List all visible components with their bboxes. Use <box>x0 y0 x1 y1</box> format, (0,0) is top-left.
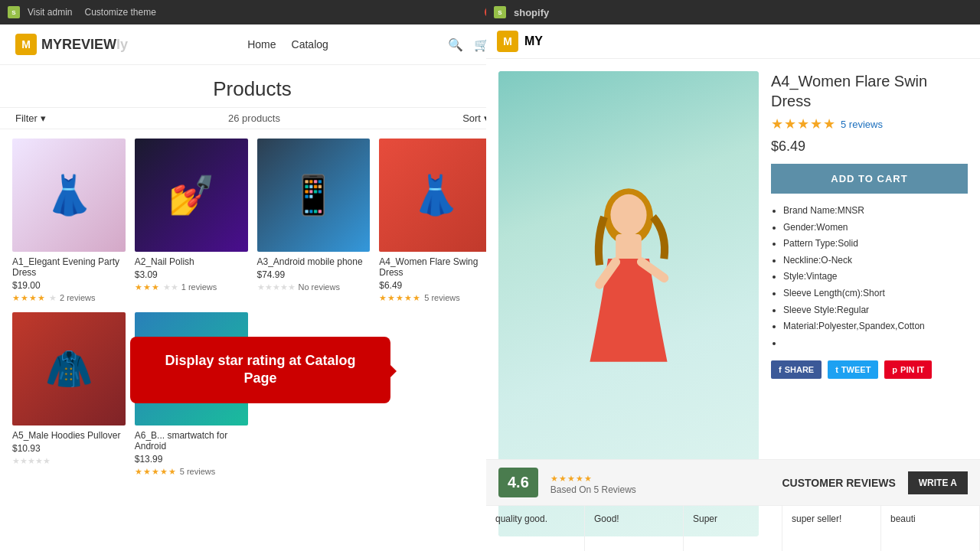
products-grid: 👗 A1_Elegant Evening Party Dress $19.00 … <box>0 139 505 477</box>
product-price-a5: $10.93 <box>12 443 126 454</box>
nav-icons: 🔍 🛒 <box>448 37 489 52</box>
product-stars-a1: ★★★★★ 2 reviews <box>12 293 126 303</box>
nav-catalog[interactable]: Catalog <box>292 38 328 51</box>
shopify-favicon-right: S <box>494 6 506 18</box>
product-stars-a3: ★★★★★ No reviews <box>257 282 371 292</box>
store-header-right: M MY <box>486 24 980 59</box>
right-panel: S shopify M MY <box>486 0 980 551</box>
store-logo: M MYREVIEWly <box>15 34 128 55</box>
spec-material: Material:Polyester,Spandex,Cotton <box>783 318 968 335</box>
review-snippet-0: quality good. <box>486 506 585 551</box>
callout-catalog: Display star rating at Catalog Page <box>130 337 390 403</box>
customer-reviews-title: CUSTOMER REVIEWS <box>782 477 895 489</box>
product-price-a6: $13.99 <box>135 454 248 465</box>
products-toolbar: Filter ▾ 26 products Sort ▾ <box>0 107 505 129</box>
detail-stars-display: ★★★★★ <box>771 116 836 132</box>
review-snippets: quality good. Good! Super super seller! … <box>486 505 980 551</box>
write-review-button[interactable]: WRITE A <box>908 471 968 494</box>
product-stars-a5: ★★★★★ <box>12 456 126 466</box>
products-count: 26 products <box>228 112 280 124</box>
filter-button[interactable]: Filter ▾ <box>15 112 46 124</box>
left-panel: S Visit admin Customize theme ✕ M MYREVI… <box>0 0 505 551</box>
product-image-a5: 🧥 <box>12 312 126 425</box>
spec-style: Style:Vintage <box>783 269 968 285</box>
detail-stars-row: ★★★★★ 5 reviews <box>771 116 968 132</box>
social-share-row: f SHARE t TWEET p PIN IT <box>771 360 968 379</box>
product-name-a6: A6_B... smartwatch for Android <box>135 430 248 452</box>
logo-text: MYREVIEWly <box>41 37 128 53</box>
twitter-icon: t <box>835 365 838 374</box>
product-price-a4: $6.49 <box>379 280 492 291</box>
review-stars-area: ★★★★★ Based On 5 Reviews <box>550 471 636 495</box>
browser-bar-left: S Visit admin Customize theme ✕ <box>0 0 505 24</box>
review-snippet-4: beauti <box>881 506 980 551</box>
nav-home[interactable]: Home <box>247 38 276 51</box>
pinterest-share-button[interactable]: p PIN IT <box>884 360 932 379</box>
product-image-a3: 📱 <box>257 139 371 252</box>
product-stars-a4: ★★★★★ 5 reviews <box>379 293 492 303</box>
shopify-label-right: shopify <box>514 7 549 18</box>
review-score: 4.6 <box>498 468 538 497</box>
customize-theme-link[interactable]: Customize theme <box>84 7 155 18</box>
pinterest-icon: p <box>892 365 897 374</box>
browser-bar-right: S shopify <box>486 0 980 24</box>
spec-sleeve-style: Sleeve Style:Regular <box>783 302 968 319</box>
product-price-a3: $74.99 <box>257 269 371 280</box>
sort-button[interactable]: Sort ▾ <box>462 112 489 124</box>
product-card-a5[interactable]: 🧥 A5_Male Hoodies Pullover $10.93 ★★★★★ <box>12 312 126 477</box>
product-card-a1[interactable]: 👗 A1_Elegant Evening Party Dress $19.00 … <box>12 139 126 303</box>
facebook-icon: f <box>779 365 782 374</box>
product-name-a3: A3_Android mobile phone <box>257 256 371 267</box>
shopify-favicon: S <box>8 6 20 18</box>
product-card-a2[interactable]: 💅 A2_Nail Polish $3.09 ★★★★★ 1 reviews <box>135 139 248 303</box>
spec-gender: Gender:Women <box>783 220 968 236</box>
product-stars-a6: ★★★★★ 5 reviews <box>135 467 248 477</box>
product-price-a2: $3.09 <box>135 269 248 280</box>
browser-bar-links: Visit admin Customize theme <box>28 7 156 18</box>
spec-sleeve-len: Sleeve Length(cm):Short <box>783 285 968 302</box>
product-image-a4: 👗 <box>379 139 492 252</box>
store-nav: Home Catalog <box>247 38 328 51</box>
detail-price: $6.49 <box>771 139 968 155</box>
logo-icon-right: M <box>497 31 518 52</box>
visit-admin-link[interactable]: Visit admin <box>28 7 72 18</box>
product-card-a3[interactable]: 📱 A3_Android mobile phone $74.99 ★★★★★ N… <box>257 139 371 303</box>
spec-pattern: Pattern Type:Solid <box>783 236 968 253</box>
spec-extra <box>783 335 968 352</box>
review-snippet-3: super seller! <box>782 506 881 551</box>
logo-text-right: MY <box>524 34 543 48</box>
review-stars: ★★★★★ <box>550 474 593 483</box>
product-image-a1: 👗 <box>12 139 126 252</box>
svg-point-1 <box>610 194 646 236</box>
product-stars-a2: ★★★★★ 1 reviews <box>135 282 248 292</box>
logo-icon: M <box>15 34 37 55</box>
review-link[interactable]: 5 reviews <box>841 119 883 130</box>
product-price-a1: $19.00 <box>12 280 126 291</box>
search-icon[interactable]: 🔍 <box>448 37 463 52</box>
reviews-bar: 4.6 ★★★★★ Based On 5 Reviews CUSTOMER RE… <box>486 459 980 505</box>
product-name-a4: A4_Women Flare Swing Dress <box>379 256 492 278</box>
product-name-a5: A5_Male Hoodies Pullover <box>12 430 126 441</box>
review-snippet-2: Super <box>684 506 782 551</box>
product-image-a2: 💅 <box>135 139 248 252</box>
products-title: Products <box>0 65 505 107</box>
add-to-cart-button[interactable]: ADD TO CART <box>771 164 968 194</box>
product-name-a2: A2_Nail Polish <box>135 256 248 267</box>
spec-brand: Brand Name:MNSR <box>783 203 968 220</box>
product-specs: Brand Name:MNSR Gender:Women Pattern Typ… <box>771 203 968 351</box>
twitter-share-button[interactable]: t TWEET <box>828 360 878 379</box>
spec-neckline: Neckline:O-Neck <box>783 253 968 269</box>
product-card-a4[interactable]: 👗 A4_Women Flare Swing Dress $6.49 ★★★★★… <box>379 139 492 303</box>
review-based-on: Based On 5 Reviews <box>550 484 636 495</box>
detail-title: A4_Women Flare Swin Dress <box>771 71 968 111</box>
store-header: M MYREVIEWly Home Catalog 🔍 🛒 <box>0 24 505 65</box>
product-name-a1: A1_Elegant Evening Party Dress <box>12 256 126 278</box>
review-snippet-1: Good! <box>585 506 684 551</box>
facebook-share-button[interactable]: f SHARE <box>771 360 822 379</box>
